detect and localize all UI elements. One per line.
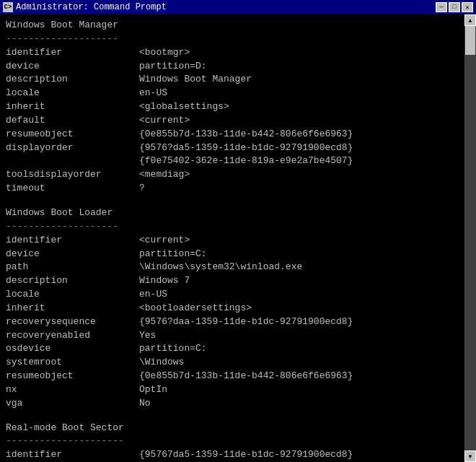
table-row: devicepartition=C: bbox=[6, 248, 470, 261]
table-row: inherit<bootloadersettings> bbox=[6, 302, 470, 315]
scroll-thumb[interactable] bbox=[465, 26, 475, 55]
table-row: default<current> bbox=[6, 114, 470, 128]
table-row: timeout? bbox=[6, 182, 470, 196]
table-row: localeen-US bbox=[6, 87, 470, 100]
table-row: osdevicepartition=C: bbox=[6, 342, 470, 356]
separator-3: --------------------- bbox=[6, 435, 470, 448]
scroll-down-button[interactable]: ▼ bbox=[464, 450, 476, 462]
table-row: identifier<bootmgr> bbox=[6, 46, 470, 60]
separator-1: -------------------- bbox=[6, 32, 470, 46]
title-bar-controls[interactable]: ─ □ ✕ bbox=[436, 2, 473, 12]
section-header-boot-loader-1: Windows Boot Loader bbox=[6, 206, 470, 220]
table-row: {f0e75402-362e-11de-819a-e9e2a7be4507} bbox=[6, 154, 470, 168]
scroll-up-button[interactable]: ▲ bbox=[464, 14, 476, 26]
scrollbar[interactable]: ▲ ▼ bbox=[464, 14, 476, 462]
window-title: Administrator: Command Prompt bbox=[16, 2, 167, 12]
app-icon: C> bbox=[3, 2, 13, 12]
title-bar: C> Administrator: Command Prompt ─ □ ✕ bbox=[0, 0, 476, 14]
table-row: recoverysequence{9576?daa-1359-11de-b1dc… bbox=[6, 315, 470, 329]
app-window: C> Administrator: Command Prompt ─ □ ✕ W… bbox=[0, 0, 476, 462]
table-row: inherit<globalsettings> bbox=[6, 100, 470, 114]
table-row: identifier<current> bbox=[6, 234, 470, 248]
spacer bbox=[6, 196, 470, 205]
table-row: descriptionWindows Boot Manager bbox=[6, 73, 470, 87]
table-row: nxOptIn bbox=[6, 383, 470, 397]
table-row: toolsdisplayorder<memdiag> bbox=[6, 168, 470, 182]
table-row: resumeobject{0e855b7d-133b-11de-b442-806… bbox=[6, 128, 470, 141]
table-row: vgaNo bbox=[6, 397, 470, 411]
table-row: path\Windows\system32\winload.exe bbox=[6, 261, 470, 274]
section-header-boot-manager: Windows Boot Manager bbox=[6, 19, 470, 32]
section-header-real-mode: Real-mode Boot Sector bbox=[6, 422, 470, 435]
table-row: devicepartition=D: bbox=[6, 60, 470, 74]
separator-2: -------------------- bbox=[6, 220, 470, 234]
table-row: recoveryenabledYes bbox=[6, 329, 470, 343]
close-button[interactable]: ✕ bbox=[462, 2, 473, 12]
maximize-button[interactable]: □ bbox=[449, 2, 460, 12]
scroll-track[interactable] bbox=[464, 26, 476, 450]
console-area: Windows Boot Manager -------------------… bbox=[0, 14, 476, 462]
table-row: descriptionWindows 7 bbox=[6, 274, 470, 288]
table-row: resumeobject{0e855b7d-133b-11de-b442-806… bbox=[6, 370, 470, 383]
table-row: identifier{95767da5-1359-11de-b1dc-92791… bbox=[6, 448, 470, 462]
table-row: systemroot\Windows bbox=[6, 356, 470, 370]
table-row: displayorder{9576?da5-1359-11de-b1dc-927… bbox=[6, 141, 470, 155]
title-bar-left: C> Administrator: Command Prompt bbox=[3, 2, 167, 12]
minimize-button[interactable]: ─ bbox=[436, 2, 447, 12]
spacer bbox=[6, 411, 470, 420]
table-row: localeen-US bbox=[6, 288, 470, 302]
